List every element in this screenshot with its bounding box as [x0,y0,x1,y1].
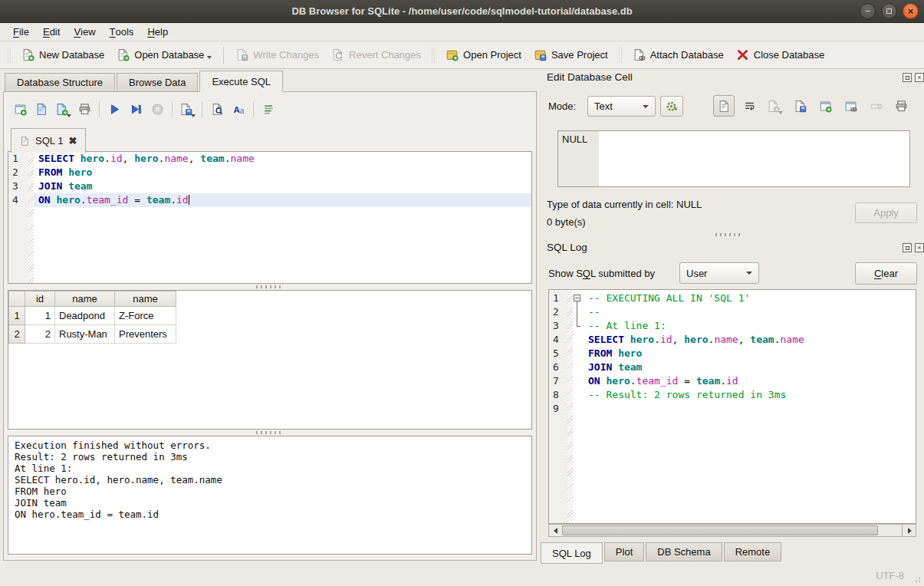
toolbar-drag-handle [431,48,436,63]
close-sql-tab-icon[interactable]: ✖ [68,136,77,146]
code-line[interactable]: ON hero.team_id = team.id [584,374,916,388]
column-header[interactable]: name [115,291,176,307]
scrollbar-thumb[interactable] [562,525,878,535]
results-grid[interactable]: idnamename11DeadpondZ-Force22Rusty-ManPr… [8,290,532,430]
open-database-button[interactable]: Open Database [110,45,218,64]
format-sql-button[interactable]: Aa [228,99,249,120]
sql-file-tab[interactable]: SQL 1 ✖ [11,128,86,153]
dock-tab-plot[interactable]: Plot [604,542,644,561]
table-cell[interactable]: 2 [25,325,55,344]
clear-log-button[interactable]: Clear [855,262,917,285]
menu-view[interactable]: View [67,23,102,41]
column-header[interactable]: id [25,291,55,307]
apply-button[interactable]: Apply [855,202,917,223]
table-cell[interactable]: Rusty-Man [55,325,115,344]
line-number: 3 [549,319,567,333]
column-header[interactable]: name [55,291,115,307]
copy-special-button[interactable] [840,95,861,117]
menu-edit[interactable]: Edit [36,23,67,41]
import-settings-button[interactable] [660,96,683,117]
table-row: 22Rusty-ManPreventers [9,325,176,344]
maximize-button[interactable] [881,3,897,19]
open-in-external-button[interactable] [814,95,836,117]
open-sql-in-tab-button[interactable] [52,99,74,120]
close-database-button[interactable]: Close Database [730,45,831,64]
dock-tab-sql-log[interactable]: SQL Log [541,542,603,564]
tab-browse-data[interactable]: Browse Data [117,73,198,92]
log-horizontal-scrollbar[interactable] [548,524,916,537]
close-dock-icon[interactable]: × [915,73,924,82]
float-dock-icon[interactable] [903,243,912,252]
sql-editor[interactable]: 1SELECT hero.id, hero.name, team.name2FR… [8,151,532,284]
save-results-button[interactable] [176,99,198,120]
row-header[interactable]: 1 [9,307,25,325]
code-line[interactable] [584,402,916,416]
code-line[interactable]: SELECT hero.id, hero.name, team.name [34,152,531,166]
execution-message-box[interactable]: Execution finished without errors. Resul… [8,436,532,555]
dropdown-caret-icon[interactable] [67,114,71,117]
line-number: 2 [8,166,28,179]
table-cell[interactable]: Preventers [115,325,176,344]
find-replace-button[interactable] [206,99,228,120]
save-project-button[interactable]: Save Project [528,45,614,64]
cell-mode-select[interactable]: Text [587,96,656,117]
cell-value-editor[interactable]: NULL [557,130,910,187]
dock-tab-remote[interactable]: Remote [724,542,782,561]
code-line[interactable]: JOIN team [584,360,916,374]
fold-marker[interactable] [573,291,584,305]
dock-tab-db-schema[interactable]: DB Schema [646,542,722,561]
print-cell-button[interactable] [890,95,912,117]
menu-tools[interactable]: Tools [103,23,141,41]
table-cell[interactable]: Z-Force [115,307,176,325]
code-line[interactable]: -- At line 1: [584,319,916,333]
execute-current-line-button[interactable] [125,99,146,120]
minimize-button[interactable]: − [860,3,876,19]
tab-database-structure[interactable]: Database Structure [5,73,115,92]
dropdown-caret-icon[interactable] [207,56,212,59]
svg-text:a: a [239,107,244,115]
print-sql-button[interactable] [74,99,95,120]
table-cell[interactable]: Deadpond [55,307,115,325]
menu-help[interactable]: Help [140,23,175,41]
cell-log-splitter[interactable] [715,233,743,236]
attach-database-button[interactable]: Attach Database [626,45,730,64]
menu-file[interactable]: File [6,23,36,41]
auto-completion-button[interactable] [258,99,279,120]
sql-log-view[interactable]: 1-- EXECUTING ALL IN 'SQL 1'2--3-- At li… [548,289,916,524]
code-line[interactable]: JOIN team [34,179,531,193]
close-button[interactable]: × [903,3,919,19]
resize-grip[interactable] [912,574,922,584]
title-bar[interactable]: DB Browser for SQLite - /home/user/code/… [0,0,924,23]
open-sql-file-icon [35,103,48,116]
write-changes-button: Write Changes [229,45,325,64]
editor-results-splitter[interactable] [256,285,284,288]
scroll-left-icon[interactable] [549,525,561,536]
execute-all-button[interactable] [104,99,125,120]
scroll-right-icon[interactable] [903,525,916,536]
open-project-button[interactable]: Open Project [439,45,528,64]
open-sql-file-button[interactable] [31,99,52,120]
text-mode-button[interactable] [713,95,735,117]
new-sql-tab-button[interactable] [9,99,31,120]
close-dock-icon[interactable]: × [915,243,924,252]
word-wrap-button[interactable] [738,95,760,117]
dropdown-caret-icon[interactable] [191,114,196,117]
export-data-button[interactable] [789,95,811,117]
code-line[interactable]: -- [584,305,916,319]
log-filter-select[interactable]: User [679,262,759,284]
code-line[interactable]: SELECT hero.id, hero.name, team.name [584,333,916,347]
code-line[interactable]: FROM hero [34,166,531,179]
revert-changes-button: Revert Changes [325,45,427,64]
code-line[interactable]: FROM hero [584,347,916,360]
code-line[interactable]: -- EXECUTING ALL IN 'SQL 1' [584,291,916,305]
maximize-icon [886,8,892,14]
code-line[interactable]: -- Result: 2 rows returned in 3ms [584,388,916,402]
line-number: 9 [549,402,567,416]
results-message-splitter[interactable] [256,431,284,434]
row-header[interactable]: 2 [9,325,25,344]
new-database-button[interactable]: New Database [15,45,110,64]
tab-execute-sql[interactable]: Execute SQL [199,71,283,92]
code-line[interactable]: ON hero.team_id = team.id [34,193,531,207]
table-cell[interactable]: 1 [25,307,55,325]
float-dock-icon[interactable] [903,73,912,82]
